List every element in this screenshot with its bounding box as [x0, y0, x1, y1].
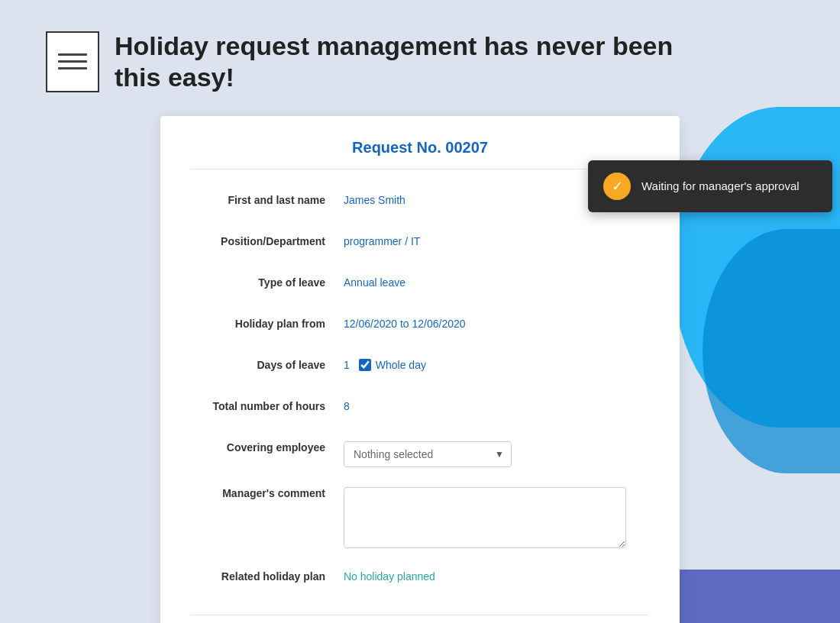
- logo-icon: [46, 31, 99, 92]
- position-department-row: Position/Department programmer / IT: [191, 232, 649, 257]
- holiday-plan-label: Holiday plan from: [191, 315, 344, 330]
- covering-employee-select[interactable]: Nothing selected: [344, 441, 512, 467]
- logo-line-3: [58, 67, 87, 69]
- whole-day-checkbox[interactable]: [359, 359, 371, 371]
- total-hours-label: Total number of hours: [191, 397, 344, 412]
- first-last-name-label: First and last name: [191, 191, 344, 206]
- days-of-leave-value: 1 Whole day: [344, 356, 649, 371]
- days-of-leave-label: Days of leave: [191, 356, 344, 371]
- total-hours-value: 8: [344, 397, 649, 412]
- type-of-leave-value: Annual leave: [344, 273, 649, 289]
- whole-day-label[interactable]: Whole day: [359, 359, 426, 371]
- covering-employee-row: Covering employee Nothing selected ▼: [191, 438, 649, 467]
- managers-comment-label: Manager's comment: [191, 484, 344, 499]
- total-hours-row: Total number of hours 8: [191, 397, 649, 421]
- days-number: 1: [344, 359, 350, 371]
- toast-check-icon: ✓: [603, 173, 631, 200]
- toast-message: Waiting for manager's approval: [641, 179, 800, 192]
- related-holiday-label: Related holiday plan: [191, 567, 344, 583]
- logo-line-2: [58, 60, 87, 63]
- type-of-leave-label: Type of leave: [191, 273, 344, 289]
- position-department-label: Position/Department: [191, 232, 344, 247]
- buttons-row: CONFIRM REJECT BACK TO EMPLOYEE: [191, 615, 649, 623]
- holiday-plan-row: Holiday plan from 12/06/2020 to 12/06/20…: [191, 315, 649, 339]
- holiday-plan-value: 12/06/2020 to 12/06/2020: [344, 315, 649, 330]
- toast-notification: ✓ Waiting for manager's approval: [588, 160, 832, 212]
- covering-employee-select-wrapper: Nothing selected ▼: [344, 441, 512, 467]
- related-holiday-row: Related holiday plan No holiday planned: [191, 567, 649, 592]
- position-department-value: programmer / IT: [344, 232, 649, 247]
- first-last-name-row: First and last name James Smith: [191, 191, 649, 215]
- covering-employee-value: Nothing selected ▼: [344, 438, 649, 467]
- covering-employee-label: Covering employee: [191, 438, 344, 454]
- card-title: Request No. 00207: [191, 139, 649, 169]
- type-of-leave-row: Type of leave Annual leave: [191, 273, 649, 298]
- days-of-leave-row: Days of leave 1 Whole day: [191, 356, 649, 380]
- page-title: Holiday request management has never bee…: [115, 31, 673, 93]
- card-container: ✓ Waiting for manager's approval Request…: [0, 116, 840, 623]
- header: Holiday request management has never bee…: [0, 0, 840, 116]
- managers-comment-row: Manager's comment: [191, 484, 649, 550]
- logo-line-1: [58, 53, 87, 56]
- managers-comment-value: [344, 484, 649, 550]
- request-card: ✓ Waiting for manager's approval Request…: [160, 116, 680, 623]
- managers-comment-textarea[interactable]: [344, 487, 626, 548]
- related-holiday-value: No holiday planned: [344, 567, 649, 583]
